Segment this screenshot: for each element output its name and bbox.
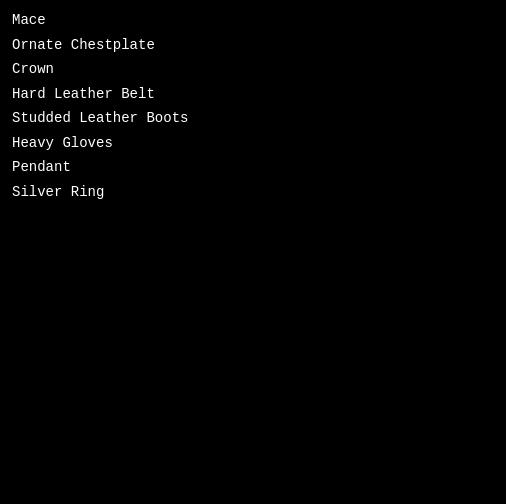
list-item[interactable]: Hard Leather Belt (12, 82, 494, 107)
list-item[interactable]: Crown (12, 57, 494, 82)
list-item[interactable]: Silver Ring (12, 180, 494, 205)
list-item[interactable]: Pendant (12, 155, 494, 180)
list-item[interactable]: Heavy Gloves (12, 131, 494, 156)
list-item[interactable]: Studded Leather Boots (12, 106, 494, 131)
list-item[interactable]: Ornate Chestplate (12, 33, 494, 58)
equipment-list: MaceOrnate ChestplateCrownHard Leather B… (0, 0, 506, 212)
list-item[interactable]: Mace (12, 8, 494, 33)
